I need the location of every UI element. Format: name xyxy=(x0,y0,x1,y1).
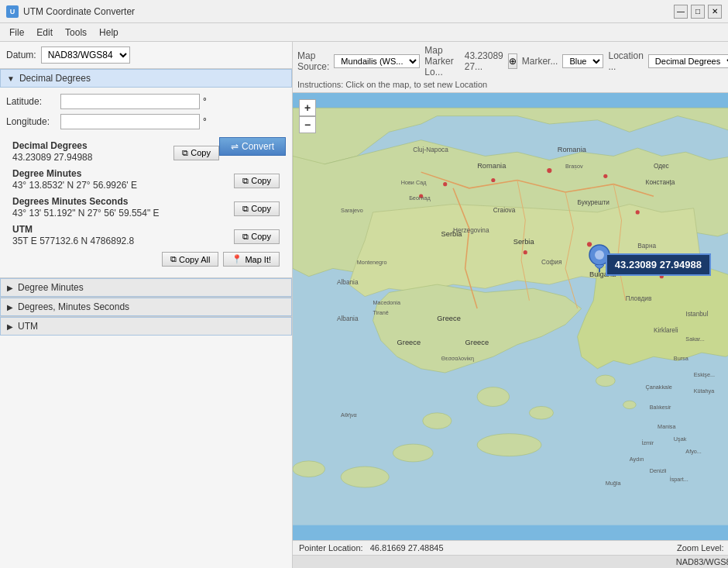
pointer-location-area: Pointer Location: 46.81669 27.48845 xyxy=(299,543,444,553)
svg-text:Sakar...: Sakar... xyxy=(685,336,705,343)
pointer-location-value: 46.81669 27.48845 xyxy=(370,543,444,553)
map-it-button[interactable]: 📍 Map It! xyxy=(223,252,280,267)
main-layout: Datum: NAD83/WGS84 ▼ Decimal Degrees Lat… xyxy=(0,42,728,568)
svg-text:Manisa: Manisa xyxy=(658,423,676,430)
dms-header-label: Degrees, Minutes Seconds xyxy=(18,301,129,312)
decimal-degrees-header[interactable]: ▼ Decimal Degrees xyxy=(0,69,292,88)
svg-text:Kütahya: Kütahya xyxy=(694,387,716,394)
title-bar: U UTM Coordinate Converter — □ ✕ xyxy=(0,0,728,23)
svg-text:Romania: Romania xyxy=(477,162,507,170)
svg-text:Serbia: Serbia xyxy=(513,238,535,246)
result-utm-title: UTM xyxy=(12,224,229,235)
zoom-in-button[interactable]: + xyxy=(299,99,316,116)
svg-text:Варна: Варна xyxy=(637,243,656,250)
left-panel: Datum: NAD83/WGS84 ▼ Decimal Degrees Lat… xyxy=(0,42,293,568)
convert-button[interactable]: ⇌ Convert xyxy=(219,137,286,156)
copy-dms-icon: ⧉ xyxy=(242,204,249,214)
menu-file[interactable]: File xyxy=(3,26,30,40)
convert-icon: ⇌ xyxy=(231,141,239,152)
dms-header[interactable]: ▶ Degrees, Minutes Seconds xyxy=(0,298,292,316)
svg-text:Çanakkale: Çanakkale xyxy=(646,384,672,391)
result-utm-row: UTM 35T E 577132.6 N 4786892.8 ⧉ Copy xyxy=(12,224,280,249)
result-dd-title: Decimal Degrees xyxy=(12,140,169,151)
zoom-out-button[interactable]: − xyxy=(299,116,316,133)
latitude-input[interactable] xyxy=(60,94,200,109)
svg-text:Пловдив: Пловдив xyxy=(626,295,652,302)
marker-loc-value: 43.23089 27... xyxy=(465,50,503,72)
copy-dm-label: Copy xyxy=(251,176,271,185)
dd-arrow-icon: ▼ xyxy=(7,74,15,83)
svg-text:Нови Сад: Нови Сад xyxy=(401,179,427,186)
menu-bar: File Edit Tools Help xyxy=(0,23,728,42)
svg-text:İzmir: İzmir xyxy=(641,439,654,446)
svg-point-10 xyxy=(547,168,551,173)
svg-text:Craiova: Craiova xyxy=(493,207,516,214)
right-panel: Map Source: Mundailis (WS... Map Marker … xyxy=(293,42,728,568)
svg-text:София: София xyxy=(541,259,561,266)
copy-utm-button[interactable]: ⧉ Copy xyxy=(234,229,280,244)
menu-help[interactable]: Help xyxy=(93,26,125,40)
svg-point-12 xyxy=(603,174,607,178)
map-source-label: Map Source: xyxy=(297,50,329,72)
svg-point-2 xyxy=(529,406,553,419)
svg-point-1 xyxy=(477,387,509,407)
copy-dd-icon: ⧉ xyxy=(182,148,188,158)
svg-text:Brașov: Brașov xyxy=(565,163,583,170)
svg-text:Aydın: Aydın xyxy=(630,456,644,463)
svg-text:Θεσσαλονίκη: Θεσσαλονίκη xyxy=(441,355,474,362)
dm-arrow-icon: ▶ xyxy=(7,284,13,292)
menu-tools[interactable]: Tools xyxy=(59,26,93,40)
utm-header-label: UTM xyxy=(18,321,38,332)
svg-text:Romania: Romania xyxy=(558,146,587,153)
locate-icon: ⊕ xyxy=(509,56,517,67)
dd-panel: Latitude: ° Longitude: ° ⇌ Convert xyxy=(0,88,292,277)
map-svg: Romania Romania Cluj-Napoca Brașov Одес … xyxy=(293,93,728,540)
svg-point-8 xyxy=(596,375,615,386)
copy-all-label: Copy All xyxy=(179,255,210,264)
utm-arrow-icon: ▶ xyxy=(7,322,13,331)
map-it-icon: 📍 xyxy=(232,254,242,264)
svg-point-9 xyxy=(623,401,637,408)
copy-all-button[interactable]: ⧉ Copy All xyxy=(162,252,218,267)
utm-header[interactable]: ▶ UTM xyxy=(0,317,292,336)
degree-minutes-header[interactable]: ▶ Degree Minutes xyxy=(0,278,292,297)
svg-text:Букурешти: Букурешти xyxy=(578,199,610,206)
copy-dms-button[interactable]: ⧉ Copy xyxy=(234,201,280,216)
action-row: ⧉ Copy All 📍 Map It! xyxy=(12,252,280,267)
copy-dm-button[interactable]: ⧉ Copy xyxy=(234,174,280,188)
svg-text:Albania: Albania xyxy=(337,279,359,286)
menu-edit[interactable]: Edit xyxy=(30,26,59,40)
svg-text:Denizli: Denizli xyxy=(650,467,667,474)
minimize-button[interactable]: — xyxy=(674,5,688,19)
map-it-label: Map It! xyxy=(245,255,271,264)
maximize-button[interactable]: □ xyxy=(691,5,705,19)
locate-button[interactable]: ⊕ xyxy=(508,53,517,69)
pointer-location-label: Pointer Location: xyxy=(299,543,363,553)
marker-color-select[interactable]: Blue xyxy=(562,54,603,68)
location-format-select[interactable]: Decimal Degrees xyxy=(648,54,728,68)
svg-point-17 xyxy=(524,250,527,254)
svg-text:Montenegro: Montenegro xyxy=(357,259,387,266)
zoom-level-label: Zoom Level: xyxy=(677,543,724,553)
svg-point-13 xyxy=(443,182,447,186)
svg-point-4 xyxy=(477,434,541,456)
map-area[interactable]: Romania Romania Cluj-Napoca Brașov Одес … xyxy=(293,93,728,540)
datum-select[interactable]: NAD83/WGS84 xyxy=(41,46,130,64)
map-source-select[interactable]: Mundailis (WS... xyxy=(334,54,420,68)
svg-point-5 xyxy=(393,444,433,462)
dms-section: ▶ Degrees, Minutes Seconds xyxy=(0,297,292,316)
svg-text:Albania: Albania xyxy=(337,315,359,322)
longitude-input[interactable] xyxy=(60,114,200,129)
copy-utm-label: Copy xyxy=(251,232,271,241)
svg-text:Sarajevo: Sarajevo xyxy=(341,207,363,214)
close-button[interactable]: ✕ xyxy=(708,5,722,19)
marker-color-label: Marker... xyxy=(522,56,558,67)
lon-degree-symbol: ° xyxy=(203,116,207,127)
dm-header-label: Degree Minutes xyxy=(18,282,84,293)
copy-dd-button[interactable]: ⧉ Copy xyxy=(173,146,219,160)
map-toolbar: Map Source: Mundailis (WS... Map Marker … xyxy=(293,42,728,93)
results-area: Decimal Degrees 43.23089 27.94988 ⧉ Copy… xyxy=(6,136,286,271)
map-marker: 43.23089 27.94988 xyxy=(589,244,610,274)
map-toolbar-row1: Map Source: Mundailis (WS... Map Marker … xyxy=(297,45,728,77)
window-controls: — □ ✕ xyxy=(674,5,722,19)
